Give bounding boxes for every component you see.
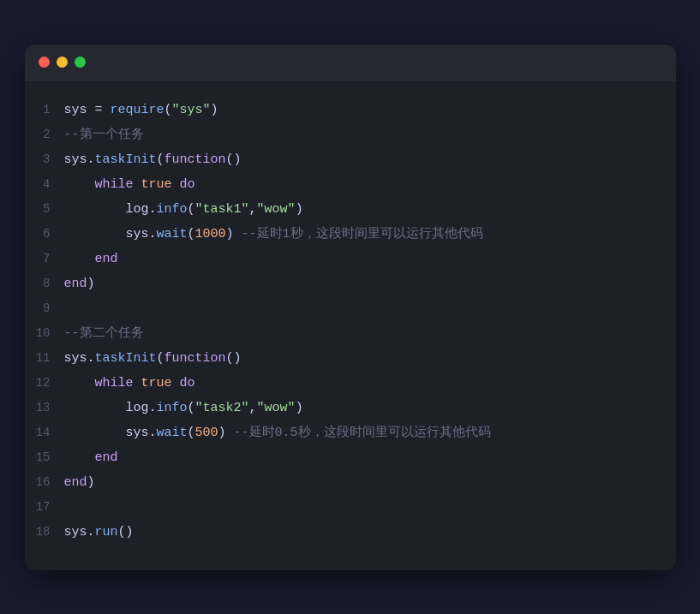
line-content: while true do [64,372,195,396]
close-button[interactable] [39,57,50,68]
token: ( [157,351,165,366]
token [64,177,95,192]
code-line: 18sys.run() [33,520,667,545]
token: ( [188,227,195,241]
token: do [180,177,195,192]
token [134,177,141,192]
token: run [95,525,118,539]
line-number: 2 [33,122,64,146]
line-content: log.info("task1","wow") [64,198,303,222]
line-number: 9 [33,296,64,320]
code-line: 7 end [33,247,667,271]
token: ) [296,202,303,217]
token: sys [64,525,87,539]
line-content: sys.run() [64,521,134,545]
code-line: 1sys = require("sys") [33,98,667,122]
token: end [95,252,118,266]
token: . [87,525,95,539]
line-number: 18 [33,520,64,544]
token: info [157,202,188,217]
token: while [95,376,134,390]
token [64,450,95,465]
token: sys [64,351,87,366]
token: . [87,351,95,366]
line-content: sys = require("sys") [64,98,218,122]
token: ) [87,475,95,490]
line-number: 10 [33,321,64,345]
code-line: 9 [33,296,667,321]
token: ( [157,152,165,167]
token: do [180,376,195,390]
code-window: 1sys = require("sys")2--第一个任务3sys.taskIn… [25,45,676,570]
line-number: 8 [33,271,64,295]
code-line: 16end) [33,470,667,495]
code-line: 15 end [33,445,667,470]
line-number: 14 [33,420,64,444]
line-number: 5 [33,197,64,221]
code-line: 11sys.taskInit(function() [33,346,667,371]
line-number: 12 [33,371,64,395]
line-number: 11 [33,346,64,370]
code-line: 2--第一个任务 [33,122,667,147]
line-number: 3 [33,147,64,171]
token [64,376,95,390]
line-number: 6 [33,222,64,246]
code-line: 14 sys.wait(500) --延时0.5秒，这段时间里可以运行其他代码 [33,420,667,445]
line-content: end [64,247,118,271]
token: --第二个任务 [64,326,144,341]
line-number: 7 [33,247,64,271]
token: wait [157,227,188,241]
code-line: 8end) [33,271,667,296]
line-content: sys.taskInit(function() [64,347,242,371]
line-content: end [64,446,118,470]
token: "sys" [172,103,211,117]
code-line: 10--第二个任务 [33,321,667,346]
token: ( [188,426,195,440]
token: . [87,152,95,167]
token: "wow" [257,202,296,217]
token: --延时1秒，这段时间里可以运行其他代码 [234,227,483,241]
line-content: --第二个任务 [64,322,144,346]
token [64,426,126,440]
token: sys [126,426,149,440]
token [172,376,180,390]
token: "wow" [257,401,296,415]
line-content: log.info("task2","wow") [64,396,303,420]
token: info [157,401,188,415]
token: ( [188,401,195,415]
minimize-button[interactable] [57,57,68,68]
line-content [64,297,72,321]
token: require [111,103,165,117]
token [64,401,126,415]
token: log [126,401,149,415]
token: "task2" [195,401,249,415]
token: while [95,177,134,192]
line-content: --第一个任务 [64,123,144,147]
token: "task1" [195,202,249,217]
token: . [149,227,157,241]
line-number: 13 [33,396,64,420]
token: true [141,177,172,192]
token: ) [211,103,218,117]
code-line: 13 log.info("task2","wow") [33,396,667,420]
line-content: sys.wait(1000) --延时1秒，这段时间里可以运行其他代码 [64,223,483,247]
code-line: 6 sys.wait(1000) --延时1秒，这段时间里可以运行其他代码 [33,222,667,247]
token: ( [165,103,172,117]
token: end [64,475,87,490]
token: wait [157,426,188,440]
maximize-button[interactable] [75,57,86,68]
token [172,177,180,192]
token: sys [64,103,87,117]
token: , [249,401,257,415]
token: sys [64,152,87,167]
token [64,252,95,266]
token: 500 [195,426,218,440]
token: () [226,152,242,167]
code-line: 3sys.taskInit(function() [33,147,667,172]
code-line: 17 [33,495,667,520]
token [64,202,126,217]
token: taskInit [95,351,157,366]
line-content: end) [64,471,95,495]
line-content: sys.taskInit(function() [64,148,242,172]
token: . [149,401,157,415]
